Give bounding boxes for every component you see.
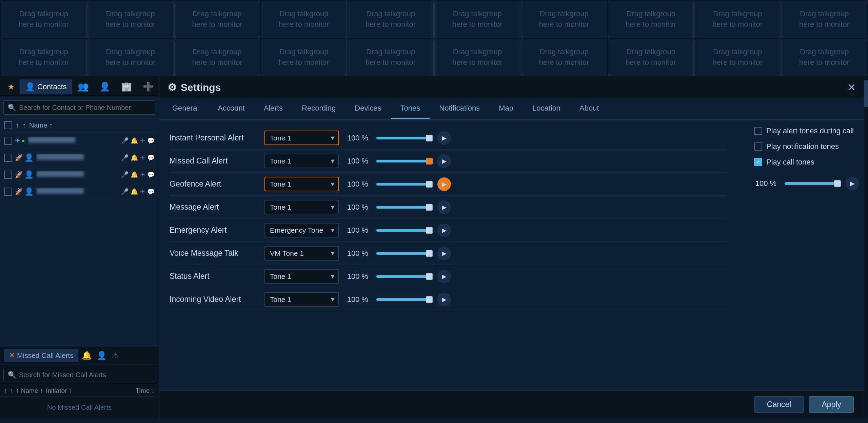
play-button-msg[interactable]: ▶ [437, 200, 451, 214]
monitor-cell[interactable]: Drag talkgroup here to monitor [694, 39, 781, 76]
play-button-vm[interactable]: ▶ [437, 247, 451, 260]
sidebar-item-groups[interactable]: 👥 [72, 79, 94, 95]
sort-up-1[interactable]: ↑ [16, 121, 19, 129]
scrollbar-thumb[interactable] [864, 80, 868, 107]
tab-account[interactable]: Account [208, 98, 254, 119]
monitor-cell[interactable]: Drag talkgroup here to monitor [434, 1, 520, 38]
monitor-cell[interactable]: Drag talkgroup here to monitor [174, 39, 260, 76]
tone-select-mca[interactable]: Tone 1 [264, 154, 339, 168]
call-tone-slider-thumb[interactable] [834, 180, 841, 187]
play-button-ipa[interactable]: ▶ [437, 131, 451, 145]
mic-icon[interactable]: 🎤 [121, 188, 129, 195]
monitor-cell[interactable]: Drag talkgroup here to monitor [781, 39, 867, 76]
tone-slider-thumb-status[interactable] [426, 273, 433, 280]
chat-icon[interactable]: 💬 [147, 171, 155, 178]
tone-slider-thumb-video[interactable] [426, 296, 433, 303]
warning-icon[interactable]: ⚠ [112, 351, 119, 360]
star-tab[interactable]: ★ [3, 79, 20, 94]
tab-notifications[interactable]: Notifications [430, 98, 489, 119]
tone-slider-msg[interactable] [376, 206, 431, 209]
monitor-cell[interactable]: Drag talkgroup here to monitor [87, 1, 174, 38]
play-button-video[interactable]: ▶ [437, 293, 451, 306]
bell-icon[interactable]: 🔔 [82, 351, 92, 360]
select-all-checkbox[interactable] [4, 121, 12, 129]
contact-checkbox[interactable] [4, 188, 12, 196]
play-button-status[interactable]: ▶ [437, 270, 451, 283]
play-button-mca[interactable]: ▶ [437, 154, 451, 168]
bell-icon[interactable]: 🔔 [131, 188, 138, 195]
sidebar-item-add[interactable]: ➕ [137, 79, 159, 95]
call-tone-slider[interactable] [785, 182, 839, 185]
send-icon[interactable]: ✈ [140, 154, 145, 161]
tab-tones[interactable]: Tones [391, 98, 430, 119]
play-button-emg[interactable]: ▶ [437, 224, 451, 237]
tone-select-msg[interactable]: Tone 1 [264, 200, 339, 214]
tab-about[interactable]: About [570, 98, 609, 119]
scrollbar[interactable] [864, 77, 868, 418]
tone-select-status[interactable]: Tone 1 [264, 269, 339, 284]
close-settings-button[interactable]: ✕ [847, 81, 856, 93]
send-icon[interactable]: ✈ [140, 171, 145, 178]
monitor-cell[interactable]: Drag talkgroup here to monitor [1, 1, 87, 38]
tone-select-video[interactable]: Tone 1 [264, 292, 339, 307]
tone-slider-thumb-geo[interactable] [426, 181, 433, 188]
monitor-cell[interactable]: Drag talkgroup here to monitor [261, 1, 347, 38]
initiator-col[interactable]: Initiator ↑ [46, 387, 133, 395]
monitor-cell[interactable]: Drag talkgroup here to monitor [694, 1, 781, 38]
play-call-tones-checkbox[interactable] [754, 158, 762, 166]
monitor-cell[interactable]: Drag talkgroup here to monitor [1, 39, 87, 76]
tone-select-ipa[interactable]: Tone 1 [264, 131, 339, 145]
monitor-cell[interactable]: Drag talkgroup here to monitor [261, 39, 347, 76]
cancel-button[interactable]: Cancel [754, 396, 804, 413]
tone-slider-emg[interactable] [376, 229, 431, 232]
tone-slider-thumb-emg[interactable] [426, 227, 433, 234]
tone-select-emg[interactable]: Emergency Tone 1 [264, 223, 339, 237]
bell-icon[interactable]: 🔔 [131, 137, 138, 145]
tab-general[interactable]: General [163, 98, 208, 119]
sort-up-2[interactable]: ↑ [22, 121, 26, 129]
contact-checkbox[interactable] [4, 171, 12, 179]
contact-checkbox[interactable] [4, 137, 12, 145]
bell-icon[interactable]: 🔔 [131, 171, 138, 178]
sidebar-item-org[interactable]: 🏢 [116, 79, 137, 95]
monitor-cell[interactable]: Drag talkgroup here to monitor [521, 39, 607, 76]
tone-slider-thumb-ipa[interactable] [426, 135, 433, 141]
monitor-cell[interactable]: Drag talkgroup here to monitor [434, 39, 520, 76]
tab-recording[interactable]: Recording [292, 98, 345, 119]
tone-select-geo[interactable]: Tone 1 [264, 177, 339, 191]
tone-select-vm[interactable]: VM Tone 1 [264, 246, 339, 261]
tone-slider-video[interactable] [376, 298, 431, 301]
missed-call-tab[interactable]: ✕ Play alert tones during call Missed Ca… [4, 349, 78, 362]
tab-map[interactable]: Map [489, 98, 523, 119]
send-icon[interactable]: ✈ [140, 188, 145, 195]
monitor-cell[interactable]: Drag talkgroup here to monitor [608, 39, 694, 76]
play-button-geo[interactable]: ▶ [437, 177, 451, 191]
send-icon[interactable]: ✈ [140, 137, 145, 145]
monitor-cell[interactable]: Drag talkgroup here to monitor [348, 39, 434, 76]
sort-up2-icon[interactable]: ↑ [10, 387, 14, 395]
tone-slider-mca[interactable] [376, 160, 431, 162]
monitor-cell[interactable]: Drag talkgroup here to monitor [521, 1, 607, 38]
sidebar-item-users[interactable]: 👤 [94, 79, 116, 95]
sort-up-icon[interactable]: ↑ [4, 387, 7, 395]
tone-slider-ipa[interactable] [376, 137, 431, 139]
play-alert-during-call-checkbox[interactable] [754, 127, 762, 135]
tab-devices[interactable]: Devices [345, 98, 391, 119]
tone-slider-thumb-msg[interactable] [426, 204, 433, 211]
contact-search-input[interactable] [19, 104, 151, 112]
time-col[interactable]: Time ↓ [136, 387, 155, 395]
tone-slider-thumb-vm[interactable] [426, 250, 433, 257]
name-col-header[interactable]: Name ↑ [29, 121, 53, 129]
mic-icon[interactable]: 🎤 [121, 137, 129, 145]
name-sort-icon[interactable]: ↑ Name ↑ [16, 387, 43, 395]
apply-button[interactable]: Apply [809, 396, 854, 413]
user-plus-icon[interactable]: 👤 [97, 351, 107, 360]
tone-slider-status[interactable] [376, 275, 431, 278]
mic-icon[interactable]: 🎤 [121, 154, 129, 161]
chat-icon[interactable]: 💬 [147, 137, 155, 145]
contact-checkbox[interactable] [4, 154, 12, 162]
sidebar-item-contacts[interactable]: 👤 Contacts [20, 79, 72, 94]
monitor-cell[interactable]: Drag talkgroup here to monitor [781, 1, 867, 38]
call-tone-play-button[interactable]: ▶ [846, 177, 859, 190]
monitor-cell[interactable]: Drag talkgroup here to monitor [608, 1, 694, 38]
